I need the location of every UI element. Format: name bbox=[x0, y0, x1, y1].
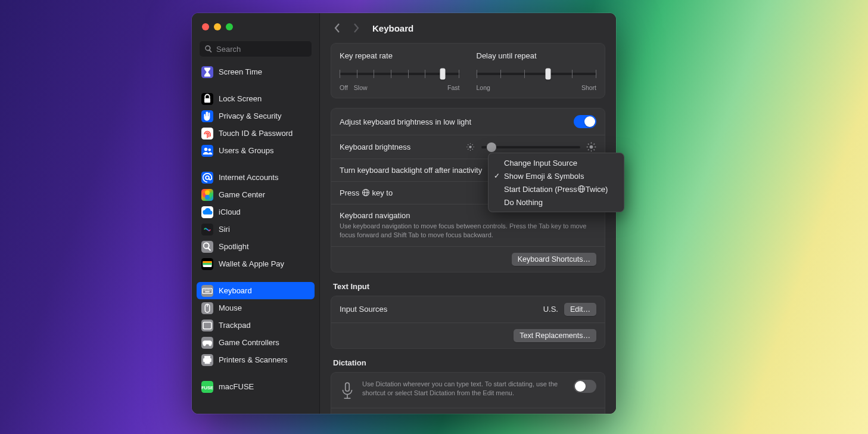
maximize-button[interactable] bbox=[226, 23, 233, 30]
cloud-icon bbox=[201, 206, 213, 218]
text-replacements-button[interactable]: Text Replacements… bbox=[514, 329, 596, 342]
svg-rect-24 bbox=[205, 361, 210, 364]
svg-rect-22 bbox=[204, 356, 210, 358]
mouse-icon bbox=[201, 302, 213, 314]
hourglass-icon bbox=[201, 66, 213, 78]
globe-option-0[interactable]: Change Input Source bbox=[489, 156, 624, 169]
sidebar-item-wallet-apple-pay[interactable]: Wallet & Apple Pay bbox=[197, 255, 315, 272]
globe-icon bbox=[577, 185, 586, 193]
sidebar-item-label: Spotlight bbox=[219, 242, 249, 251]
sidebar-item-game-controllers[interactable]: Game Controllers bbox=[197, 334, 315, 351]
lock-icon bbox=[201, 93, 213, 105]
content-pane: Keyboard Key repeat rate Off S bbox=[320, 13, 616, 414]
sidebar-item-label: Game Center bbox=[219, 190, 265, 199]
svg-rect-14 bbox=[205, 289, 206, 290]
sidebar-item-icloud[interactable]: iCloud bbox=[197, 203, 315, 221]
hand-icon bbox=[201, 110, 213, 122]
sidebar-item-label: Trackpad bbox=[219, 321, 251, 330]
minimize-button[interactable] bbox=[214, 23, 221, 30]
keyboard-shortcuts-button[interactable]: Keyboard Shortcuts… bbox=[512, 253, 596, 266]
fingerprint-icon bbox=[201, 128, 213, 140]
search-icon bbox=[201, 241, 213, 253]
sidebar-item-label: Touch ID & Password bbox=[219, 129, 293, 138]
forward-button[interactable] bbox=[350, 20, 363, 36]
dictation-desc: Use Dictation wherever you can type text… bbox=[362, 380, 567, 398]
sidebar-list[interactable]: Screen TimeLock ScreenPrivacy & Security… bbox=[192, 62, 319, 414]
wallet-icon bbox=[201, 258, 213, 270]
sidebar-item-label: Lock Screen bbox=[219, 94, 262, 103]
svg-line-43 bbox=[594, 144, 595, 144]
keyboard-nav-label: Keyboard navigation bbox=[340, 211, 596, 220]
settings-scroll[interactable]: Key repeat rate Off Slow Fast bbox=[320, 43, 616, 414]
svg-point-35 bbox=[590, 145, 593, 149]
key-repeat-label: Key repeat rate bbox=[340, 51, 460, 60]
sidebar-item-printers-scanners[interactable]: Printers & Scanners bbox=[197, 351, 315, 368]
brightness-label: Keyboard brightness bbox=[340, 142, 410, 151]
keyboard-icon bbox=[201, 285, 213, 297]
svg-rect-21 bbox=[203, 322, 211, 328]
svg-rect-18 bbox=[205, 291, 210, 292]
toolbar: Keyboard bbox=[320, 13, 616, 43]
key-repeat-card: Key repeat rate Off Slow Fast bbox=[331, 43, 605, 98]
auto-brightness-toggle[interactable] bbox=[574, 115, 596, 128]
search-icon bbox=[204, 45, 213, 53]
sidebar-item-label: Users & Groups bbox=[219, 146, 273, 155]
search-input[interactable] bbox=[216, 45, 307, 54]
siri-icon bbox=[201, 224, 213, 235]
brightness-slider[interactable] bbox=[465, 142, 596, 152]
sidebar-item-mouse[interactable]: Mouse bbox=[197, 299, 315, 317]
sidebar-item-label: Wallet & Apple Pay bbox=[219, 259, 284, 268]
svg-text:FUSE: FUSE bbox=[201, 385, 213, 390]
globe-option-3[interactable]: Do Nothing bbox=[489, 196, 624, 209]
sidebar-item-trackpad[interactable]: Trackpad bbox=[197, 317, 315, 334]
delay-repeat-slider[interactable] bbox=[477, 69, 597, 79]
globe-icon bbox=[362, 188, 370, 197]
globe-key-dropdown[interactable]: Change Input SourceShow Emoji & SymbolsS… bbox=[488, 153, 624, 212]
svg-point-1 bbox=[204, 147, 208, 151]
sidebar-item-users-groups[interactable]: Users & Groups bbox=[197, 142, 315, 159]
sidebar-item-label: Printers & Scanners bbox=[219, 355, 288, 364]
sidebar-item-lock-screen[interactable]: Lock Screen bbox=[197, 90, 315, 107]
traffic-lights bbox=[192, 13, 319, 37]
sidebar-item-touch-id-password[interactable]: Touch ID & Password bbox=[197, 125, 315, 142]
sidebar-item-game-center[interactable]: Game Center bbox=[197, 186, 315, 203]
sidebar-item-keyboard[interactable]: Keyboard bbox=[197, 282, 315, 299]
sidebar-item-spotlight[interactable]: Spotlight bbox=[197, 238, 315, 255]
sidebar-item-privacy-security[interactable]: Privacy & Security bbox=[197, 107, 315, 125]
dictation-toggle[interactable] bbox=[574, 380, 596, 393]
search-field[interactable] bbox=[199, 41, 312, 57]
sidebar-item-macfuse[interactable]: FUSEmacFUSE bbox=[197, 378, 315, 395]
svg-line-33 bbox=[468, 149, 468, 150]
globe-key-label: Press key to bbox=[340, 188, 393, 197]
input-sources-edit-button[interactable]: Edit… bbox=[564, 303, 596, 316]
sidebar-item-label: Keyboard bbox=[219, 286, 252, 295]
trackpad-icon bbox=[201, 320, 213, 331]
svg-point-26 bbox=[469, 145, 471, 148]
sidebar-item-internet-accounts[interactable]: Internet Accounts bbox=[197, 169, 315, 186]
back-button[interactable] bbox=[331, 20, 344, 36]
printer-icon bbox=[201, 354, 213, 366]
brightness-high-icon bbox=[586, 142, 596, 152]
globe-option-1[interactable]: Show Emoji & Symbols bbox=[489, 169, 624, 182]
globe-option-2[interactable]: Start Dictation (Press Twice) bbox=[489, 182, 624, 196]
svg-rect-13 bbox=[204, 289, 205, 290]
brightness-low-icon bbox=[465, 142, 475, 152]
sidebar-item-label: Internet Accounts bbox=[219, 173, 278, 182]
sidebar-item-screen-time[interactable]: Screen Time bbox=[197, 63, 315, 80]
sidebar-item-siri[interactable]: Siri bbox=[197, 221, 315, 238]
sidebar-item-label: macFUSE bbox=[219, 382, 254, 391]
svg-rect-16 bbox=[208, 289, 209, 290]
svg-rect-47 bbox=[346, 383, 350, 391]
dictation-section: Dictation bbox=[331, 358, 605, 372]
svg-point-6 bbox=[205, 190, 210, 195]
key-repeat-slider[interactable] bbox=[340, 69, 460, 79]
dictation-card: Use Dictation wherever you can type text… bbox=[331, 372, 605, 414]
svg-line-41 bbox=[594, 150, 595, 150]
page-title: Keyboard bbox=[372, 23, 413, 33]
close-button[interactable] bbox=[202, 23, 209, 30]
svg-line-40 bbox=[588, 144, 589, 144]
fuse-icon: FUSE bbox=[201, 381, 213, 393]
svg-rect-12 bbox=[203, 288, 212, 293]
keyboard-nav-desc: Use keyboard navigation to move focus be… bbox=[340, 222, 596, 240]
svg-rect-15 bbox=[207, 289, 208, 290]
